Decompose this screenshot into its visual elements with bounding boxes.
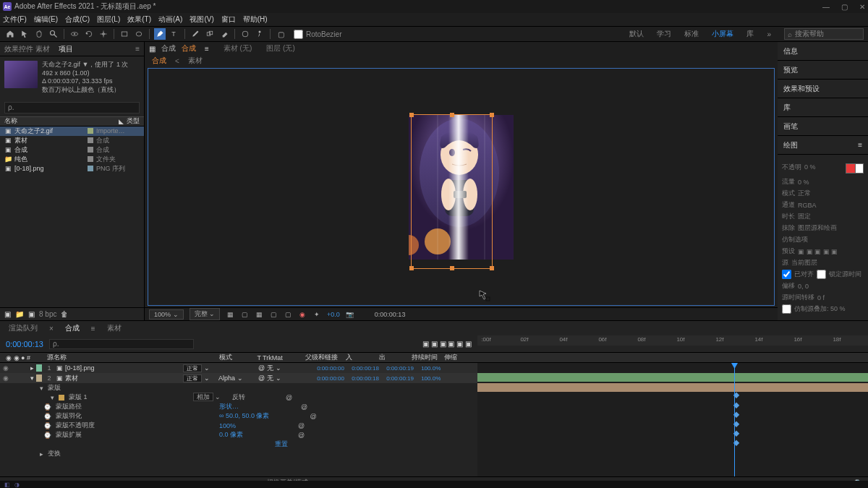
home-icon[interactable] — [4, 28, 16, 40]
twirl-icon[interactable]: ▾ — [30, 374, 34, 382]
aligned-check[interactable] — [782, 270, 791, 279]
panel-menu-icon[interactable]: ≡ — [135, 45, 140, 53]
twirl-icon[interactable]: ▾ — [40, 385, 43, 392]
pickwhip-icon[interactable]: @ — [298, 432, 305, 439]
color-mgmt-icon[interactable]: ✦ — [312, 310, 321, 319]
current-timecode[interactable]: 0:00:00:13 — [6, 340, 43, 348]
new-comp-icon[interactable]: ▣ — [28, 310, 35, 318]
menu-view[interactable]: 视图(V) — [190, 14, 213, 25]
offset-value[interactable]: 0, 0 — [798, 283, 809, 290]
stopwatch-icon[interactable]: ⌚ — [43, 403, 51, 411]
zoom-tool-icon[interactable] — [48, 28, 59, 40]
guides-icon[interactable]: ▢ — [284, 310, 292, 319]
puppet-tool-icon[interactable] — [254, 28, 265, 40]
tab-material[interactable]: 素材 — [107, 323, 122, 333]
preset-icon[interactable]: ▣ ▣ ▣ ▣ ▣ — [798, 248, 838, 255]
time-ruler[interactable]: :00f 02f 04f 06f 08f 10f 12f 14f 16f 18f — [477, 335, 868, 346]
in-time[interactable]: 0:00:00:00 — [317, 375, 349, 382]
ws-library[interactable]: 库 — [746, 29, 754, 39]
stopwatch-icon[interactable]: ⌚ — [43, 413, 51, 420]
clone-tool-icon[interactable] — [204, 28, 216, 40]
fg-swatch[interactable] — [846, 163, 856, 174]
flow-value[interactable]: 0 % — [798, 179, 809, 186]
trash-icon[interactable]: 🗑 — [61, 310, 68, 318]
composition-canvas[interactable] — [148, 68, 775, 306]
parent-dd[interactable]: 无 — [267, 364, 273, 372]
rotate-tool-icon[interactable] — [83, 28, 95, 40]
roto-tool-icon[interactable] — [239, 28, 251, 40]
col-mode[interactable]: 模式 — [219, 353, 258, 362]
pickwhip-icon[interactable]: @ — [286, 394, 292, 401]
duration-value[interactable]: 固定 — [798, 212, 811, 221]
twirl-icon[interactable]: ▸ — [40, 450, 43, 458]
layer-bar[interactable] — [477, 373, 868, 382]
col-name[interactable]: 名称 — [4, 116, 119, 126]
pen-tool-icon[interactable] — [154, 28, 166, 40]
src-value[interactable]: 当前图层 — [791, 258, 817, 267]
eraser-tool-icon[interactable] — [218, 28, 230, 40]
layer-bar[interactable] — [477, 383, 868, 392]
ellipse-tool-icon[interactable] — [133, 28, 145, 40]
help-search[interactable]: ⌕ 搜索帮助 — [784, 28, 864, 40]
minimize-icon[interactable]: — — [822, 3, 830, 11]
parent-dd[interactable]: 无 — [267, 374, 273, 382]
tab-menu-icon[interactable]: ≡ — [205, 45, 209, 53]
reset-link[interactable]: 重置 — [275, 440, 288, 449]
trkmat-dd[interactable]: Alpha — [218, 374, 235, 382]
zoom-dropdown[interactable]: 100% ⌄ — [149, 309, 184, 320]
sidebar-item-brush[interactable]: 画笔 — [778, 117, 868, 136]
rotobezier-checkbox[interactable] — [294, 30, 303, 39]
ws-default[interactable]: 默认 — [629, 29, 644, 39]
duration[interactable]: 0:00:00:19 — [386, 375, 418, 382]
blend-mode-dd[interactable]: 正常 — [183, 374, 202, 382]
brush-tool-icon[interactable] — [190, 28, 201, 40]
duration[interactable]: 0:00:00:19 — [386, 365, 418, 372]
menu-animation[interactable]: 动画(A) — [158, 14, 182, 25]
stretch[interactable]: 100.0% — [421, 375, 453, 382]
mode-value[interactable]: 正常 — [798, 189, 811, 198]
maximize-icon[interactable]: ▢ — [841, 3, 848, 11]
ws-learn[interactable]: 学习 — [657, 29, 671, 39]
channel-icon[interactable]: ◉ — [298, 310, 307, 319]
playhead[interactable] — [734, 363, 735, 476]
sidebar-item-paint[interactable]: 绘图≡ — [778, 136, 868, 155]
tab-project[interactable]: 项目 — [59, 44, 73, 54]
mask-color-swatch[interactable] — [59, 395, 64, 401]
pickwhip-icon[interactable]: @ — [310, 413, 316, 420]
col-out[interactable]: 出 — [379, 353, 412, 362]
text-tool-icon[interactable]: T — [169, 28, 180, 40]
orbit-tool-icon[interactable] — [69, 28, 80, 40]
eye-icon[interactable]: ◉ — [3, 374, 10, 382]
menu-edit[interactable]: 编辑(E) — [34, 14, 58, 25]
viewer-tab-material[interactable]: 素材 (无) — [224, 43, 252, 53]
lock-view-icon[interactable]: ▦ — [149, 45, 156, 53]
mask-mode-dd[interactable]: 相加 — [193, 393, 213, 401]
project-filter[interactable]: ρ. — [4, 102, 140, 114]
viewer-tab-comp[interactable]: 合成 — [182, 43, 196, 53]
stretch[interactable]: 100.0% — [421, 365, 453, 372]
col-in[interactable]: 入 — [346, 353, 378, 362]
out-time[interactable]: 0:00:00:18 — [352, 365, 383, 372]
sidebar-item-info[interactable]: 信息 — [778, 42, 868, 61]
prop-value[interactable]: 形状… — [219, 402, 239, 411]
mask-name[interactable]: 蒙版 1 — [69, 393, 88, 402]
sidebar-item-library[interactable]: 库 — [778, 98, 868, 117]
hand-tool-icon[interactable] — [33, 28, 45, 40]
mask-icon[interactable]: ▢ — [240, 310, 249, 319]
new-folder-icon[interactable]: 📁 — [15, 310, 24, 318]
pickwhip-icon[interactable]: @ — [301, 403, 307, 411]
col-type[interactable]: 类型 — [127, 116, 140, 126]
ws-standard[interactable]: 标准 — [684, 29, 699, 39]
transparency-icon[interactable]: ▦ — [226, 310, 234, 319]
menu-file[interactable]: 文件(F) — [3, 14, 27, 25]
local-axis-icon[interactable]: ▢ — [275, 28, 286, 40]
selection-tool-icon[interactable] — [19, 28, 30, 40]
sidebar-item-preview[interactable]: 预览 — [778, 61, 868, 80]
layer-row[interactable]: ◉ ▾ 2 ▣ 素材 正常 ⌄ Alpha ⌄ @ 无 ⌄ 0:00:00:00… — [0, 373, 477, 383]
snapshot-icon[interactable]: 📷 — [346, 310, 354, 319]
tab-effect-controls[interactable]: 效果控件 素材 — [4, 44, 50, 54]
col-stretch[interactable]: 伸缩 — [444, 353, 472, 362]
menu-help[interactable]: 帮助(H) — [243, 14, 268, 25]
label-color[interactable] — [36, 374, 42, 382]
twirl-icon[interactable]: ▾ — [51, 394, 54, 401]
